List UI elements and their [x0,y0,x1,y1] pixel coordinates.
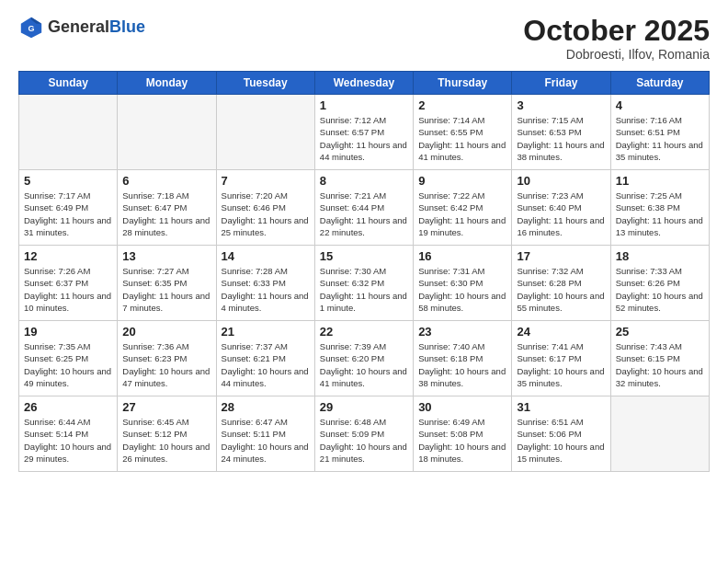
day-number: 5 [24,174,112,188]
day-cell: 31Sunrise: 6:51 AM Sunset: 5:06 PM Dayli… [512,396,610,472]
day-cell: 20Sunrise: 7:36 AM Sunset: 6:23 PM Dayli… [118,321,216,396]
day-number: 24 [517,325,605,339]
day-cell: 27Sunrise: 6:45 AM Sunset: 5:12 PM Dayli… [118,396,216,472]
day-info: Sunrise: 7:16 AM Sunset: 6:51 PM Dayligh… [616,114,704,163]
logo-text: GeneralBlue [48,18,145,37]
day-number: 27 [122,400,210,414]
day-number: 23 [418,325,506,339]
day-info: Sunrise: 7:20 AM Sunset: 6:46 PM Dayligh… [222,190,310,238]
day-cell: 19Sunrise: 7:35 AM Sunset: 6:25 PM Dayli… [19,321,118,396]
day-cell: 11Sunrise: 7:25 AM Sunset: 6:38 PM Dayli… [610,170,709,246]
day-info: Sunrise: 7:43 AM Sunset: 6:15 PM Dayligh… [616,340,704,389]
week-row-1: 5Sunrise: 7:17 AM Sunset: 6:49 PM Daylig… [19,170,710,246]
day-number: 20 [122,325,210,339]
day-header-wednesday: Wednesday [314,72,413,95]
day-info: Sunrise: 7:12 AM Sunset: 6:57 PM Dayligh… [320,114,408,163]
days-header-row: SundayMondayTuesdayWednesdayThursdayFrid… [19,72,710,95]
day-cell: 24Sunrise: 7:41 AM Sunset: 6:17 PM Dayli… [512,321,610,396]
day-cell: 6Sunrise: 7:18 AM Sunset: 6:47 PM Daylig… [118,170,216,246]
day-cell: 1Sunrise: 7:12 AM Sunset: 6:57 PM Daylig… [314,95,413,170]
day-number: 19 [24,325,112,339]
day-info: Sunrise: 7:17 AM Sunset: 6:49 PM Dayligh… [24,190,112,238]
day-info: Sunrise: 7:32 AM Sunset: 6:28 PM Dayligh… [517,265,605,314]
calendar-table: SundayMondayTuesdayWednesdayThursdayFrid… [18,71,710,472]
day-cell: 8Sunrise: 7:21 AM Sunset: 6:44 PM Daylig… [314,170,413,246]
day-cell: 7Sunrise: 7:20 AM Sunset: 6:46 PM Daylig… [216,170,314,246]
day-cell: 17Sunrise: 7:32 AM Sunset: 6:28 PM Dayli… [512,246,610,321]
day-number: 15 [320,249,408,263]
day-cell: 25Sunrise: 7:43 AM Sunset: 6:15 PM Dayli… [610,321,709,396]
day-cell: 3Sunrise: 7:15 AM Sunset: 6:53 PM Daylig… [512,95,610,170]
day-info: Sunrise: 6:45 AM Sunset: 5:12 PM Dayligh… [122,416,210,465]
day-cell: 30Sunrise: 6:49 AM Sunset: 5:08 PM Dayli… [414,396,512,472]
day-number: 18 [616,249,704,263]
day-cell: 10Sunrise: 7:23 AM Sunset: 6:40 PM Dayli… [512,170,610,246]
day-cell: 13Sunrise: 7:27 AM Sunset: 6:35 PM Dayli… [118,246,216,321]
day-number: 2 [418,98,506,112]
day-cell: 18Sunrise: 7:33 AM Sunset: 6:26 PM Dayli… [610,246,709,321]
day-header-friday: Friday [512,72,610,95]
day-info: Sunrise: 7:23 AM Sunset: 6:40 PM Dayligh… [517,190,605,238]
day-info: Sunrise: 7:26 AM Sunset: 6:37 PM Dayligh… [24,265,112,314]
day-cell: 16Sunrise: 7:31 AM Sunset: 6:30 PM Dayli… [414,246,512,321]
day-info: Sunrise: 7:27 AM Sunset: 6:35 PM Dayligh… [122,265,210,314]
day-cell: 9Sunrise: 7:22 AM Sunset: 6:42 PM Daylig… [414,170,512,246]
header: G GeneralBlue October 2025 Dobroesti, Il… [18,15,710,62]
day-info: Sunrise: 7:37 AM Sunset: 6:21 PM Dayligh… [222,340,310,389]
day-cell: 22Sunrise: 7:39 AM Sunset: 6:20 PM Dayli… [314,321,413,396]
day-cell: 29Sunrise: 6:48 AM Sunset: 5:09 PM Dayli… [314,396,413,472]
logo-icon: G [18,15,44,40]
day-info: Sunrise: 6:51 AM Sunset: 5:06 PM Dayligh… [517,416,605,465]
day-info: Sunrise: 6:47 AM Sunset: 5:11 PM Dayligh… [222,416,310,465]
day-cell: 12Sunrise: 7:26 AM Sunset: 6:37 PM Dayli… [19,246,118,321]
calendar-subtitle: Dobroesti, Ilfov, Romania [523,47,710,62]
day-cell: 5Sunrise: 7:17 AM Sunset: 6:49 PM Daylig… [19,170,118,246]
logo: G GeneralBlue [18,15,145,40]
day-number: 14 [222,249,310,263]
day-number: 7 [222,174,310,188]
day-cell: 4Sunrise: 7:16 AM Sunset: 6:51 PM Daylig… [610,95,709,170]
day-number: 10 [517,174,605,188]
day-number: 11 [616,174,704,188]
day-number: 29 [320,400,408,414]
title-block: October 2025 Dobroesti, Ilfov, Romania [523,15,710,62]
day-info: Sunrise: 7:30 AM Sunset: 6:32 PM Dayligh… [320,265,408,314]
day-info: Sunrise: 7:41 AM Sunset: 6:17 PM Dayligh… [517,340,605,389]
day-cell: 15Sunrise: 7:30 AM Sunset: 6:32 PM Dayli… [314,246,413,321]
day-info: Sunrise: 7:18 AM Sunset: 6:47 PM Dayligh… [122,190,210,238]
calendar-title: October 2025 [523,15,710,47]
day-info: Sunrise: 7:25 AM Sunset: 6:38 PM Dayligh… [616,190,704,238]
page: G GeneralBlue October 2025 Dobroesti, Il… [0,0,728,563]
day-info: Sunrise: 6:48 AM Sunset: 5:09 PM Dayligh… [320,416,408,465]
week-row-2: 12Sunrise: 7:26 AM Sunset: 6:37 PM Dayli… [19,246,710,321]
day-header-thursday: Thursday [414,72,512,95]
day-cell: 2Sunrise: 7:14 AM Sunset: 6:55 PM Daylig… [414,95,512,170]
day-info: Sunrise: 7:22 AM Sunset: 6:42 PM Dayligh… [418,190,506,238]
day-number: 25 [616,325,704,339]
day-header-sunday: Sunday [19,72,118,95]
day-cell [610,396,709,472]
day-info: Sunrise: 7:33 AM Sunset: 6:26 PM Dayligh… [616,265,704,314]
svg-text:G: G [28,24,34,33]
week-row-0: 1Sunrise: 7:12 AM Sunset: 6:57 PM Daylig… [19,95,710,170]
day-header-monday: Monday [118,72,216,95]
day-info: Sunrise: 6:44 AM Sunset: 5:14 PM Dayligh… [24,416,112,465]
week-row-4: 26Sunrise: 6:44 AM Sunset: 5:14 PM Dayli… [19,396,710,472]
day-number: 13 [122,249,210,263]
day-header-saturday: Saturday [610,72,709,95]
day-cell: 28Sunrise: 6:47 AM Sunset: 5:11 PM Dayli… [216,396,314,472]
day-number: 4 [616,98,704,112]
day-header-tuesday: Tuesday [216,72,314,95]
day-info: Sunrise: 7:21 AM Sunset: 6:44 PM Dayligh… [320,190,408,238]
day-info: Sunrise: 7:31 AM Sunset: 6:30 PM Dayligh… [418,265,506,314]
week-row-3: 19Sunrise: 7:35 AM Sunset: 6:25 PM Dayli… [19,321,710,396]
day-number: 16 [418,249,506,263]
day-info: Sunrise: 7:36 AM Sunset: 6:23 PM Dayligh… [122,340,210,389]
day-number: 3 [517,98,605,112]
day-info: Sunrise: 7:15 AM Sunset: 6:53 PM Dayligh… [517,114,605,163]
day-number: 17 [517,249,605,263]
day-number: 8 [320,174,408,188]
day-number: 30 [418,400,506,414]
day-info: Sunrise: 7:28 AM Sunset: 6:33 PM Dayligh… [222,265,310,314]
day-cell: 26Sunrise: 6:44 AM Sunset: 5:14 PM Dayli… [19,396,118,472]
